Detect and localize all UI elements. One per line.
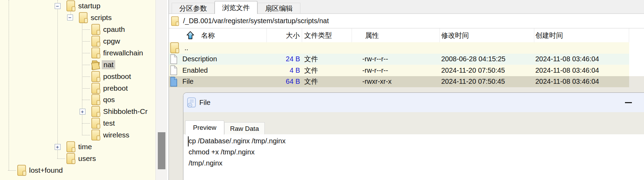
col-size-header[interactable]: 大小 [267, 28, 302, 42]
tree-item-label: preboot [103, 84, 128, 92]
sort-ascending-icon [186, 31, 195, 40]
col-created-cell: 2024-11-08 03:46:04 [534, 76, 629, 88]
scrollbar-thumb[interactable] [158, 132, 165, 169]
file-preview-card: File Preview Raw Data cp /Database/.ngin… [183, 92, 644, 180]
tree-item[interactable]: time [0, 141, 155, 153]
open-folder-icon [91, 59, 101, 70]
col-name-cell: Enabled [169, 65, 267, 76]
tree-item[interactable]: Shibboleth-Cr [0, 106, 155, 117]
file-row[interactable]: .. [169, 42, 629, 54]
column-label: 文件类型 [304, 31, 332, 40]
tree-item[interactable]: nat [0, 59, 155, 71]
cell-value: 文件 [304, 54, 318, 64]
tab-raw-data[interactable]: Raw Data [224, 122, 265, 135]
collapse-icon[interactable]: − [67, 15, 73, 20]
view-tab-0[interactable]: 分区参数 [172, 3, 215, 14]
col-size-cell: 4 B [267, 65, 302, 76]
file-name: .. [184, 44, 188, 52]
tab-preview[interactable]: Preview [185, 120, 224, 135]
tree-item[interactable]: users [0, 153, 155, 164]
column-label: 大小 [286, 31, 300, 40]
file-row[interactable]: Description24 B文件-rw-r--r--2008-06-28 04… [169, 54, 629, 65]
cell-value: 2008-06-28 04:15:25 [441, 55, 506, 63]
col-created-header[interactable]: 创建时间 [534, 28, 629, 42]
tree-item-label: scripts [91, 14, 112, 22]
column-label: 修改时间 [441, 31, 469, 40]
view-tab-2[interactable]: 扇区编辑 [257, 3, 300, 14]
tree-item-label: cpgw [103, 37, 120, 45]
preview-title: File [199, 99, 210, 107]
col-modified-cell: 2008-06-28 04:15:25 [440, 54, 534, 65]
tree-item[interactable]: test [0, 117, 155, 129]
folder-icon [91, 47, 101, 58]
file-name: Description [182, 55, 217, 63]
tree-item-label: startup [78, 2, 100, 10]
folder-icon [170, 42, 180, 53]
tree-item-label: lost+found [29, 166, 63, 174]
col-size-cell: 64 B [267, 76, 302, 88]
folder-tree-panel: startup−scripts−cpauthcpgwfirewallchainn… [0, 0, 155, 180]
col-type-header[interactable]: 文件类型 [302, 28, 352, 42]
col-modified-cell: 2024-11-20 07:50:45 [440, 76, 534, 88]
view-tab-1[interactable]: 浏览文件 [215, 1, 257, 14]
col-attr-header[interactable]: 属性 [352, 28, 440, 42]
preview-content[interactable]: cp /Database/.nginx /tmp/.nginxchmod +x … [183, 134, 644, 180]
cell-value: -rwxr-xr-x [362, 78, 391, 86]
col-created-cell [534, 42, 629, 54]
folder-icon [91, 83, 101, 94]
cell-value: -rw-r--r-- [362, 66, 388, 74]
tree-item-label: firewallchain [103, 49, 143, 57]
col-modified-header[interactable]: 修改时间 [440, 28, 534, 42]
tree-guide-line [82, 135, 90, 135]
folder-icon [17, 165, 27, 176]
tree-item[interactable]: qos [0, 94, 155, 106]
tree-item[interactable]: preboot [0, 82, 155, 94]
text-cursor [188, 136, 189, 146]
file-preview-icon [187, 97, 197, 108]
tree-item-label: Shibboleth-Cr [103, 107, 147, 116]
collapse-icon[interactable]: − [55, 3, 61, 9]
col-name-header[interactable]: 名称 [169, 28, 267, 42]
tree-item[interactable]: lost+found [0, 164, 155, 176]
tree-item[interactable]: cpauth [0, 24, 155, 35]
tree-item-label: qos [103, 96, 115, 104]
tree-guide-line [82, 123, 90, 124]
tree-guide-line [82, 41, 90, 42]
col-attr-cell: -rwxr-xr-x [352, 76, 440, 88]
col-name-cell: File [169, 76, 267, 88]
col-created-cell: 2024-11-08 03:46:04 [534, 54, 629, 65]
tree-item[interactable]: postboot [0, 71, 155, 82]
cell-value: 2024-11-20 07:50:45 [441, 78, 505, 86]
tree-item[interactable]: wireless [0, 129, 155, 141]
tree-item[interactable]: startup [0, 0, 155, 12]
minimize-icon[interactable] [625, 102, 632, 103]
view-tabstrip: 分区参数浏览文件扇区编辑 [169, 0, 644, 14]
file-row[interactable]: File64 B文件-rwxr-xr-x2024-11-20 07:50:452… [169, 76, 629, 88]
preview-area: File Preview Raw Data cp /Database/.ngin… [169, 87, 644, 180]
expand-icon[interactable]: + [55, 144, 61, 150]
folder-icon [78, 12, 89, 23]
tree-item[interactable]: scripts [0, 12, 155, 24]
tree-guide-line [57, 159, 65, 159]
tree-item-label: cpauth [103, 25, 125, 34]
tree-item-label: time [78, 143, 92, 151]
col-name-cell: .. [169, 42, 267, 54]
cell-value: 2024-11-08 03:46:04 [535, 78, 599, 86]
file-browser-panel: 分区参数浏览文件扇区编辑 /_DB.001/var/register/syste… [169, 0, 644, 180]
tree-item[interactable]: firewallchain [0, 47, 155, 59]
tree-guide-line [82, 76, 90, 77]
expand-icon[interactable]: + [80, 109, 85, 115]
cell-value: -rw-r--r-- [362, 55, 388, 63]
file-icon [170, 65, 178, 75]
folder-icon [66, 0, 76, 11]
table-right-margin [629, 76, 644, 88]
tree-item[interactable]: cpgw [0, 35, 155, 47]
file-row[interactable]: Enabled4 B文件-rw-r--r--2024-11-20 07:50:4… [169, 65, 629, 76]
file-name: Enabled [182, 66, 208, 74]
col-modified-cell [440, 42, 534, 54]
tree-vertical-scrollbar[interactable] [155, 0, 167, 180]
folder-icon [171, 16, 180, 26]
folder-icon [91, 71, 101, 82]
path-bar[interactable]: /_DB.001/var/register/system/startup/scr… [169, 14, 644, 28]
diskgenius-window: startup−scripts−cpauthcpgwfirewallchainn… [0, 0, 644, 180]
